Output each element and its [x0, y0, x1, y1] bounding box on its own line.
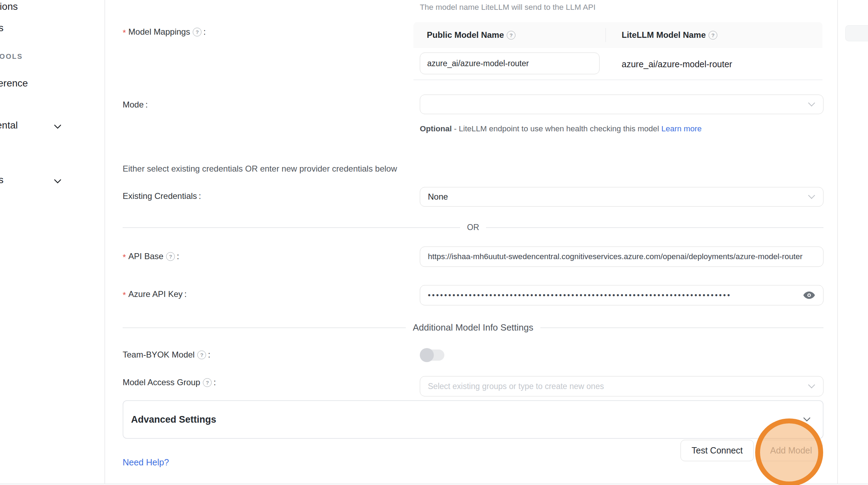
existing-credentials-select[interactable]: None: [420, 187, 823, 207]
sidebar-item-settings[interactable]: s: [0, 174, 4, 186]
need-help-link[interactable]: Need Help?: [123, 457, 169, 467]
column-header-public-model-name: Public Model Name ?: [414, 22, 606, 48]
required-marker: *: [123, 28, 126, 38]
or-divider: OR: [123, 223, 823, 232]
mode-helper-text: Optional - LiteLLM endpoint to use when …: [420, 121, 705, 137]
help-icon[interactable]: ?: [507, 31, 515, 40]
advanced-settings-panel[interactable]: Advanced Settings: [123, 400, 823, 439]
sidebar-section-tools: TOOLS: [0, 53, 23, 61]
sidebar-item-organizations[interactable]: ations: [0, 1, 18, 12]
api-base-input[interactable]: https://ishaa-mh6uutut-swedencentral.cog…: [420, 247, 823, 267]
chevron-down-icon: [808, 99, 815, 106]
chevron-down-icon: [803, 414, 811, 422]
mode-label: Mode :: [123, 100, 148, 110]
clipped-edge-element: [845, 25, 868, 41]
azure-api-key-input[interactable]: ••••••••••••••••••••••••••••••••••••••••…: [420, 285, 823, 305]
content-right-divider: [837, 0, 838, 484]
required-marker: *: [123, 290, 126, 300]
learn-more-link[interactable]: Learn more: [661, 124, 702, 133]
eye-icon[interactable]: [803, 289, 815, 302]
column-divider: [606, 28, 606, 42]
team-byok-toggle[interactable]: [421, 349, 444, 361]
help-icon[interactable]: ?: [197, 351, 206, 359]
model-access-group-label: Model Access Group ? :: [123, 377, 216, 387]
existing-credentials-label: Existing Credentials :: [123, 191, 201, 201]
help-icon[interactable]: ?: [203, 378, 212, 387]
sidebar-item-models[interactable]: s: [0, 22, 4, 34]
chevron-down-icon: [54, 122, 61, 129]
team-byok-label: Team-BYOK Model ? :: [123, 350, 210, 360]
chevron-down-icon: [808, 381, 815, 388]
model-mappings-table: Public Model Name ? LiteLLM Model Name ?…: [414, 22, 822, 80]
test-connect-button[interactable]: Test Connect: [681, 440, 754, 461]
public-model-name-input[interactable]: azure_ai/azure-model-router: [420, 53, 600, 74]
table-row: azure_ai/azure-model-router azure_ai/azu…: [414, 48, 822, 80]
model-name-helper-text: The model name LiteLLM will send to the …: [420, 3, 596, 12]
azure-api-key-label: * Azure API Key :: [123, 289, 187, 299]
mode-select[interactable]: [420, 95, 823, 114]
model-mappings-label: * Model Mappings ? :: [123, 27, 206, 37]
help-icon[interactable]: ?: [709, 31, 717, 40]
api-base-label: * API Base ? :: [123, 251, 179, 261]
additional-settings-divider: Additional Model Info Settings: [123, 322, 823, 333]
toggle-knob: [420, 348, 434, 362]
chevron-down-icon: [54, 176, 61, 183]
table-header-row: Public Model Name ? LiteLLM Model Name ?: [414, 22, 822, 48]
help-icon[interactable]: ?: [193, 28, 201, 36]
credentials-note: Either select existing credentials OR en…: [123, 164, 397, 174]
model-access-group-select[interactable]: Select existing groups or type to create…: [420, 376, 823, 396]
sidebar-item-inference[interactable]: erence: [0, 78, 28, 89]
sidebar-item-experimental[interactable]: ental: [0, 120, 18, 131]
help-icon[interactable]: ?: [166, 252, 175, 261]
add-model-button[interactable]: Add Model: [759, 440, 823, 461]
litellm-model-name-value: azure_ai/azure-model-router: [622, 48, 732, 80]
add-model-page: ations s TOOLS erence ental s The model …: [0, 0, 868, 485]
required-marker: *: [123, 252, 126, 262]
page-bottom-divider: [0, 484, 868, 484]
chevron-down-icon: [808, 192, 815, 199]
sidebar-divider: [104, 0, 105, 484]
column-header-litellm-model-name: LiteLLM Model Name ?: [606, 22, 822, 48]
